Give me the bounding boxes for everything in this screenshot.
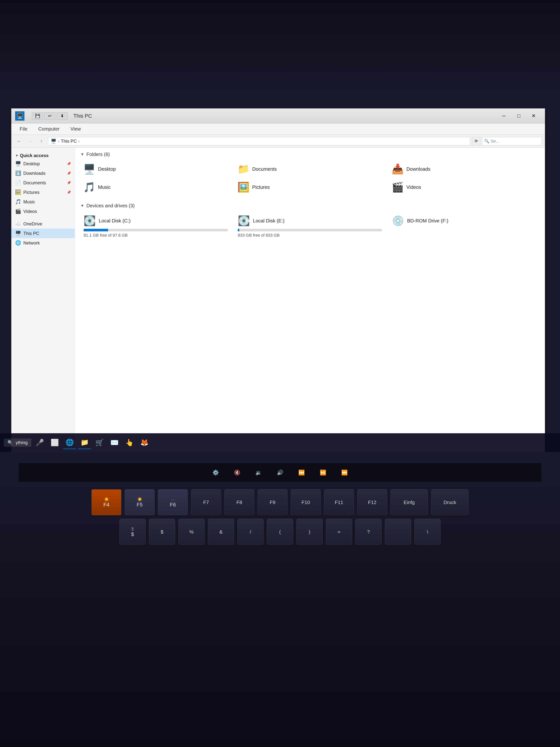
taskbar-explorer-btn[interactable]: 📁 xyxy=(78,436,91,449)
key-dollar[interactable]: $ xyxy=(149,519,175,545)
function-key-row: ☀️ F4 ☀️ F5 ·.· F6 F7 F8 F9 F10 F11 F12 … xyxy=(19,489,541,515)
drives-section-header[interactable]: ▼ Devices and drives (3) xyxy=(80,203,539,209)
key-open-paren[interactable]: ( xyxy=(267,519,293,545)
keyboard: ☀️ F4 ☀️ F5 ·.· F6 F7 F8 F9 F10 F11 F12 … xyxy=(19,489,541,548)
key-f6[interactable]: ·.· F6 xyxy=(158,489,188,515)
drive-f-icon: 💿 xyxy=(392,215,404,227)
key-backslash[interactable]: \ xyxy=(415,519,441,545)
drive-e-progress-bar xyxy=(238,229,239,231)
search-box[interactable]: 🔍 Se... xyxy=(482,137,542,145)
path-text: This PC xyxy=(61,138,77,144)
drive-item-e[interactable]: 💽 Local Disk (E:) 833 GB free of 833 GB xyxy=(235,212,385,240)
key-equals[interactable]: = xyxy=(326,519,352,545)
kb-display-prev: ⏮️ xyxy=(298,469,305,475)
network-icon: 🌐 xyxy=(15,240,21,246)
music-icon: 🎵 xyxy=(15,199,21,205)
kb-display-play: ⏯️ xyxy=(320,469,326,475)
key-close-paren[interactable]: ) xyxy=(296,519,323,545)
taskbar-search[interactable]: 🔍 ything xyxy=(4,438,31,447)
drive-item-c[interactable]: 💽 Local Disk (C:) 81.1 GB free of 97.6 G… xyxy=(80,212,231,240)
folder-item-pictures[interactable]: 🖼️ Pictures xyxy=(235,179,385,195)
drive-e-icon: 💽 xyxy=(238,215,250,227)
sidebar-label-desktop: Desktop xyxy=(23,161,40,166)
properties-btn[interactable]: ⬇ xyxy=(57,112,68,120)
folder-videos-name: Videos xyxy=(406,184,421,190)
key-f7[interactable]: F7 xyxy=(191,489,221,515)
up-button[interactable]: ↑ xyxy=(37,137,46,145)
kb-play-icon: ⏯️ xyxy=(320,469,326,475)
pin-icon-downloads: 📌 xyxy=(67,171,71,175)
search-placeholder: Se... xyxy=(491,139,499,144)
taskbar-cursor-btn[interactable]: 👆 xyxy=(123,436,136,449)
sidebar-item-documents[interactable]: 📄 Documents 📌 xyxy=(11,178,75,187)
taskbar-store-btn[interactable]: 🛒 xyxy=(93,436,106,449)
drive-item-f[interactable]: 💿 BD-ROM Drive (F:) xyxy=(389,212,539,240)
sidebar-item-pictures[interactable]: 🖼️ Pictures 📌 xyxy=(11,187,75,197)
sidebar-item-downloads[interactable]: ⬇️ Downloads 📌 xyxy=(11,169,75,178)
folder-item-music[interactable]: 🎵 Music xyxy=(80,179,231,195)
forward-button[interactable]: → xyxy=(26,137,35,145)
maximize-button[interactable]: □ xyxy=(511,110,526,122)
sidebar-label-pictures: Pictures xyxy=(23,190,39,195)
sidebar-label-downloads: Downloads xyxy=(23,171,46,176)
sidebar-item-music[interactable]: 🎵 Music xyxy=(11,197,75,207)
undo-btn[interactable]: ↩ xyxy=(44,112,55,120)
folder-music-icon: 🎵 xyxy=(83,182,96,193)
kb-display-vol-up: 🔊 xyxy=(277,469,283,475)
key-einfg[interactable]: Einfg xyxy=(391,489,428,515)
address-path[interactable]: 🖥️ › This PC › xyxy=(48,137,470,145)
key-f8[interactable]: F8 xyxy=(224,489,254,515)
key-slash[interactable]: / xyxy=(237,519,264,545)
drive-e-info: 833 GB free of 833 GB xyxy=(238,233,382,238)
key-druck[interactable]: Druck xyxy=(431,489,469,515)
drive-c-progress-bar-container xyxy=(84,229,228,231)
sidebar-item-network[interactable]: 🌐 Network xyxy=(11,238,75,248)
back-button[interactable]: ← xyxy=(15,137,24,145)
key-question[interactable]: ? xyxy=(355,519,381,545)
key-percent[interactable]: % xyxy=(179,519,205,545)
taskbar-taskview-btn[interactable]: ⬜ xyxy=(48,436,61,449)
pin-icon-desktop: 📌 xyxy=(67,162,71,166)
folders-section-label: Folders (6) xyxy=(86,151,110,157)
sidebar-item-onedrive[interactable]: ☁️ OneDrive xyxy=(11,219,75,229)
kb-display-settings: ⚙️ xyxy=(212,469,219,475)
menu-view[interactable]: View xyxy=(66,125,85,133)
minimize-button[interactable]: ─ xyxy=(496,110,511,122)
key-f5[interactable]: ☀️ F5 xyxy=(125,489,155,515)
quick-access-toolbar-btn[interactable]: 💾 xyxy=(32,112,43,120)
close-button[interactable]: ✕ xyxy=(526,110,541,122)
menu-bar: File Computer View xyxy=(11,124,545,135)
folder-item-documents[interactable]: 📁 Documents xyxy=(235,161,385,177)
taskbar-mic-btn[interactable]: 🎤 xyxy=(33,436,46,449)
key-f4[interactable]: ☀️ F4 xyxy=(91,489,121,515)
menu-file[interactable]: File xyxy=(15,125,32,133)
folder-downloads-name: Downloads xyxy=(406,166,430,172)
folders-section-header[interactable]: ▼ Folders (6) xyxy=(80,151,539,157)
key-misc1[interactable] xyxy=(385,519,411,545)
folder-item-videos[interactable]: 🎬 Videos xyxy=(389,179,539,195)
folder-item-desktop[interactable]: 🖥️ Desktop xyxy=(80,161,231,177)
key-f9[interactable]: F9 xyxy=(258,489,288,515)
kb-display-vol-down: 🔉 xyxy=(256,469,262,475)
menu-computer[interactable]: Computer xyxy=(34,125,64,133)
number-row: § $ $ % & / ( ) = ? \ xyxy=(19,519,541,545)
key-ampersand[interactable]: & xyxy=(208,519,234,545)
key-f10[interactable]: F10 xyxy=(291,489,321,515)
quick-access-label: Quick access xyxy=(20,153,49,158)
taskbar-mail-btn[interactable]: ✉️ xyxy=(108,436,121,449)
desktop-icon: 🖥️ xyxy=(15,161,21,166)
refresh-button[interactable]: ⟳ xyxy=(472,137,480,145)
key-f12[interactable]: F12 xyxy=(357,489,387,515)
folder-item-downloads[interactable]: 📥 Downloads xyxy=(389,161,539,177)
sidebar-item-thispc[interactable]: 🖥️ This PC xyxy=(11,229,75,238)
quick-access-header[interactable]: ▼ Quick access xyxy=(11,151,75,159)
key-section[interactable]: § $ xyxy=(119,519,145,545)
sidebar-label-network: Network xyxy=(23,240,40,246)
key-f11[interactable]: F11 xyxy=(324,489,354,515)
explorer-window: 🖥️ 💾 ↩ ⬇ This PC ─ □ ✕ File Computer Vie… xyxy=(11,108,545,486)
sidebar-item-desktop[interactable]: 🖥️ Desktop 📌 xyxy=(11,159,75,169)
sidebar-item-videos[interactable]: 🎬 Videos xyxy=(11,207,75,216)
taskbar: 🔍 ything 🎤 ⬜ 🌐 📁 🛒 ✉️ 👆 🦊 xyxy=(0,433,560,452)
taskbar-firefox-btn[interactable]: 🦊 xyxy=(138,436,151,449)
taskbar-edge-btn[interactable]: 🌐 xyxy=(63,436,76,449)
